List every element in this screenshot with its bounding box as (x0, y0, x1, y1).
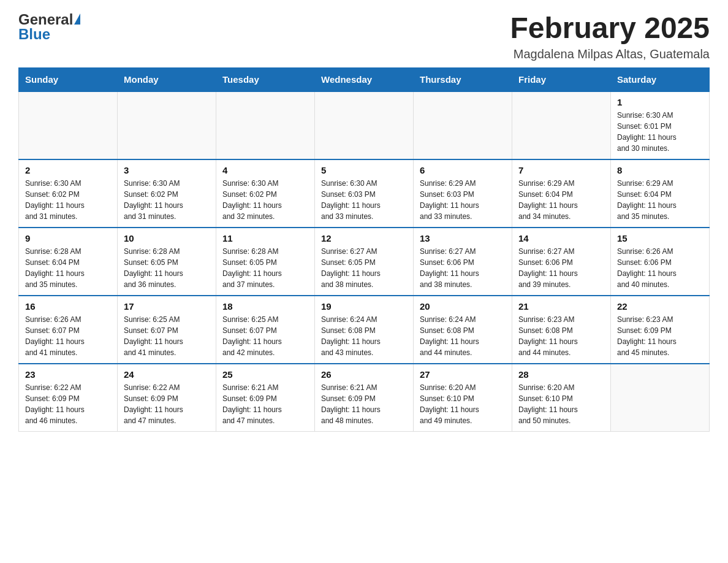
day-number: 13 (420, 233, 506, 243)
table-row: 17Sunrise: 6:25 AMSunset: 6:07 PMDayligh… (118, 296, 216, 364)
day-info: Sunrise: 6:30 AMSunset: 6:01 PMDaylight:… (617, 110, 703, 154)
calendar-week-row: 16Sunrise: 6:26 AMSunset: 6:07 PMDayligh… (19, 296, 710, 364)
table-row (216, 91, 315, 159)
day-info: Sunrise: 6:28 AMSunset: 6:05 PMDaylight:… (124, 246, 210, 290)
table-row: 6Sunrise: 6:29 AMSunset: 6:03 PMDaylight… (414, 159, 512, 228)
table-row: 26Sunrise: 6:21 AMSunset: 6:09 PMDayligh… (315, 364, 414, 432)
table-row: 28Sunrise: 6:20 AMSunset: 6:10 PMDayligh… (512, 364, 611, 432)
day-info: Sunrise: 6:30 AMSunset: 6:02 PMDaylight:… (124, 178, 210, 222)
day-info: Sunrise: 6:25 AMSunset: 6:07 PMDaylight:… (222, 314, 308, 358)
day-number: 20 (420, 301, 506, 312)
day-number: 2 (25, 165, 111, 175)
title-block: February 2025 Magdalena Milpas Altas, Gu… (510, 12, 710, 61)
table-row: 7Sunrise: 6:29 AMSunset: 6:04 PMDaylight… (512, 159, 611, 228)
day-number: 26 (321, 369, 407, 380)
table-row: 22Sunrise: 6:23 AMSunset: 6:09 PMDayligh… (611, 296, 710, 364)
calendar-table: Sunday Monday Tuesday Wednesday Thursday… (18, 67, 710, 432)
day-number: 25 (222, 369, 308, 380)
logo: General Blue (18, 12, 80, 42)
day-info: Sunrise: 6:28 AMSunset: 6:04 PMDaylight:… (25, 246, 111, 290)
calendar-week-row: 9Sunrise: 6:28 AMSunset: 6:04 PMDaylight… (19, 228, 710, 296)
day-number: 19 (321, 301, 407, 312)
table-row: 24Sunrise: 6:22 AMSunset: 6:09 PMDayligh… (118, 364, 216, 432)
table-row: 5Sunrise: 6:30 AMSunset: 6:03 PMDaylight… (315, 159, 414, 228)
day-number: 6 (420, 165, 506, 175)
day-info: Sunrise: 6:27 AMSunset: 6:06 PMDaylight:… (518, 246, 604, 290)
table-row: 2Sunrise: 6:30 AMSunset: 6:02 PMDaylight… (19, 159, 118, 228)
day-number: 7 (518, 165, 604, 175)
day-info: Sunrise: 6:22 AMSunset: 6:09 PMDaylight:… (25, 382, 111, 426)
day-number: 27 (420, 369, 506, 380)
day-info: Sunrise: 6:29 AMSunset: 6:03 PMDaylight:… (420, 178, 506, 222)
calendar-week-row: 2Sunrise: 6:30 AMSunset: 6:02 PMDaylight… (19, 159, 710, 228)
day-number: 4 (222, 165, 308, 175)
day-number: 10 (124, 233, 210, 243)
day-info: Sunrise: 6:30 AMSunset: 6:02 PMDaylight:… (25, 178, 111, 222)
table-row: 19Sunrise: 6:24 AMSunset: 6:08 PMDayligh… (315, 296, 414, 364)
day-number: 18 (222, 301, 308, 312)
day-number: 15 (617, 233, 703, 243)
day-info: Sunrise: 6:20 AMSunset: 6:10 PMDaylight:… (518, 382, 604, 426)
table-row (19, 91, 118, 159)
logo-triangle-icon (74, 13, 80, 25)
table-row: 20Sunrise: 6:24 AMSunset: 6:08 PMDayligh… (414, 296, 512, 364)
logo-blue: Blue (18, 27, 50, 42)
day-info: Sunrise: 6:25 AMSunset: 6:07 PMDaylight:… (124, 314, 210, 358)
table-row (414, 91, 512, 159)
day-number: 23 (25, 369, 111, 380)
table-row: 8Sunrise: 6:29 AMSunset: 6:04 PMDaylight… (611, 159, 710, 228)
day-number: 8 (617, 165, 703, 175)
day-number: 14 (518, 233, 604, 243)
table-row: 15Sunrise: 6:26 AMSunset: 6:06 PMDayligh… (611, 228, 710, 296)
day-info: Sunrise: 6:24 AMSunset: 6:08 PMDaylight:… (420, 314, 506, 358)
day-info: Sunrise: 6:21 AMSunset: 6:09 PMDaylight:… (321, 382, 407, 426)
col-saturday: Saturday (611, 67, 710, 91)
day-info: Sunrise: 6:28 AMSunset: 6:05 PMDaylight:… (222, 246, 308, 290)
calendar-week-row: 23Sunrise: 6:22 AMSunset: 6:09 PMDayligh… (19, 364, 710, 432)
table-row: 3Sunrise: 6:30 AMSunset: 6:02 PMDaylight… (118, 159, 216, 228)
calendar-week-row: 1Sunrise: 6:30 AMSunset: 6:01 PMDaylight… (19, 91, 710, 159)
col-sunday: Sunday (19, 67, 118, 91)
table-row: 1Sunrise: 6:30 AMSunset: 6:01 PMDaylight… (611, 91, 710, 159)
day-info: Sunrise: 6:20 AMSunset: 6:10 PMDaylight:… (420, 382, 506, 426)
table-row: 23Sunrise: 6:22 AMSunset: 6:09 PMDayligh… (19, 364, 118, 432)
day-info: Sunrise: 6:26 AMSunset: 6:07 PMDaylight:… (25, 314, 111, 358)
day-number: 16 (25, 301, 111, 312)
day-number: 1 (617, 97, 703, 107)
logo-general: General (18, 12, 80, 27)
day-number: 22 (617, 301, 703, 312)
day-number: 9 (25, 233, 111, 243)
col-friday: Friday (512, 67, 611, 91)
table-row: 27Sunrise: 6:20 AMSunset: 6:10 PMDayligh… (414, 364, 512, 432)
day-number: 17 (124, 301, 210, 312)
table-row (118, 91, 216, 159)
table-row: 11Sunrise: 6:28 AMSunset: 6:05 PMDayligh… (216, 228, 315, 296)
table-row: 10Sunrise: 6:28 AMSunset: 6:05 PMDayligh… (118, 228, 216, 296)
day-number: 11 (222, 233, 308, 243)
table-row: 12Sunrise: 6:27 AMSunset: 6:05 PMDayligh… (315, 228, 414, 296)
table-row: 13Sunrise: 6:27 AMSunset: 6:06 PMDayligh… (414, 228, 512, 296)
col-tuesday: Tuesday (216, 67, 315, 91)
day-info: Sunrise: 6:30 AMSunset: 6:03 PMDaylight:… (321, 178, 407, 222)
table-row (611, 364, 710, 432)
table-row: 9Sunrise: 6:28 AMSunset: 6:04 PMDaylight… (19, 228, 118, 296)
day-info: Sunrise: 6:30 AMSunset: 6:02 PMDaylight:… (222, 178, 308, 222)
table-row (315, 91, 414, 159)
day-info: Sunrise: 6:23 AMSunset: 6:08 PMDaylight:… (518, 314, 604, 358)
day-number: 5 (321, 165, 407, 175)
day-info: Sunrise: 6:29 AMSunset: 6:04 PMDaylight:… (518, 178, 604, 222)
table-row: 16Sunrise: 6:26 AMSunset: 6:07 PMDayligh… (19, 296, 118, 364)
day-number: 3 (124, 165, 210, 175)
col-wednesday: Wednesday (315, 67, 414, 91)
table-row (512, 91, 611, 159)
day-info: Sunrise: 6:29 AMSunset: 6:04 PMDaylight:… (617, 178, 703, 222)
page-header: General Blue February 2025 Magdalena Mil… (18, 12, 710, 61)
day-info: Sunrise: 6:26 AMSunset: 6:06 PMDaylight:… (617, 246, 703, 290)
table-row: 14Sunrise: 6:27 AMSunset: 6:06 PMDayligh… (512, 228, 611, 296)
calendar-header-row: Sunday Monday Tuesday Wednesday Thursday… (19, 67, 710, 91)
day-info: Sunrise: 6:27 AMSunset: 6:06 PMDaylight:… (420, 246, 506, 290)
table-row: 21Sunrise: 6:23 AMSunset: 6:08 PMDayligh… (512, 296, 611, 364)
location: Magdalena Milpas Altas, Guatemala (510, 47, 710, 61)
day-info: Sunrise: 6:24 AMSunset: 6:08 PMDaylight:… (321, 314, 407, 358)
table-row: 25Sunrise: 6:21 AMSunset: 6:09 PMDayligh… (216, 364, 315, 432)
